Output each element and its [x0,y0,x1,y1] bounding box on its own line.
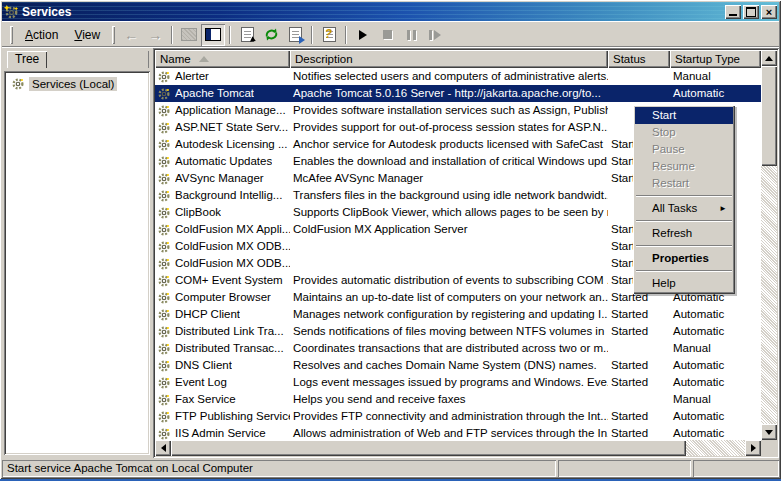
service-description: Notifies selected users and computers of… [290,68,608,85]
stop-service-button[interactable] [375,24,399,46]
context-menu: StartStopPauseResumeRestartAll Tasks►Ref… [633,105,735,294]
show-window-button[interactable] [177,24,201,46]
help-button[interactable]: ? [317,24,341,46]
vertical-scrollbar[interactable] [761,50,777,440]
service-row[interactable]: IIS Admin ServiceAllows administration o… [155,425,761,440]
service-name-cell: Background Intellig... [155,187,290,204]
scroll-left-button[interactable] [155,440,171,456]
service-name-cell: Event Log [155,374,290,391]
service-name-cell: Alerter [155,68,290,85]
restart-service-button[interactable] [423,24,447,46]
horizontal-scrollbar[interactable] [155,440,761,456]
service-startup-type: Automatic [670,323,761,340]
service-name-cell: Distributed Link Tra... [155,323,290,340]
forward-arrow-icon: → [148,27,162,43]
menu-item-properties[interactable]: Properties [635,250,733,267]
properties-button[interactable] [235,24,259,46]
service-startup-type: Automatic [670,408,761,425]
service-row[interactable]: Apache TomcatApache Tomcat 5.0.16 Server… [155,85,761,102]
service-name: Automatic Updates [175,153,272,170]
service-description: Resolves and caches Domain Name System (… [290,357,608,374]
toolbar-grip[interactable] [10,26,13,44]
scroll-up-button[interactable] [761,50,777,66]
toolbar-grip[interactable] [112,26,115,44]
menu-item-stop: Stop [635,124,733,141]
tree-item-services-local[interactable]: Services (Local) [9,77,150,91]
vertical-scroll-thumb[interactable] [761,66,777,166]
service-status: Started [608,323,670,340]
service-gear-icon [157,359,171,373]
start-service-button[interactable] [351,24,375,46]
refresh-button[interactable] [259,24,283,46]
horizontal-scroll-thumb[interactable] [171,440,686,456]
service-status [608,68,670,85]
column-header-name[interactable]: Name [155,50,290,68]
service-description: Provides automatic distribution of event… [290,272,608,289]
refresh-icon [264,27,279,42]
scroll-right-button[interactable] [745,440,761,456]
show-hide-tree-button[interactable] [201,24,225,46]
menu-action[interactable]: Action [17,26,66,44]
toolbar: Action View ← → ? [2,21,779,48]
menu-item-refresh[interactable]: Refresh [635,225,733,242]
menu-item-all-tasks[interactable]: All Tasks► [635,200,733,217]
minimize-button[interactable] [725,5,741,19]
pause-service-button[interactable] [399,24,423,46]
maximize-button[interactable] [743,5,759,19]
service-description: Anchor service for Autodesk products lic… [290,136,608,153]
service-name: AVSync Manager [175,170,264,187]
service-row[interactable]: Distributed Transac...Coordinates transa… [155,340,761,357]
menu-item-pause: Pause [635,141,733,158]
column-header-description[interactable]: Description [290,50,608,68]
service-name: ClipBook [175,204,221,221]
close-button[interactable]: × [761,5,777,19]
service-description: Supports ClipBook Viewer, which allows p… [290,204,608,221]
service-name: ASP.NET State Serv... [175,119,288,136]
service-name: Distributed Link Tra... [175,323,284,340]
service-name: ColdFusion MX Appli... [175,221,290,238]
service-row[interactable]: DHCP ClientManages network configuration… [155,306,761,323]
service-status: Started [608,425,670,440]
title-bar[interactable]: Services × [2,2,779,21]
service-row[interactable]: Event LogLogs event messages issued by p… [155,374,761,391]
column-header-status[interactable]: Status [608,50,670,68]
service-row[interactable]: Distributed Link Tra...Sends notificatio… [155,323,761,340]
tab-tree[interactable]: Tree [7,51,47,68]
service-gear-icon [157,223,171,237]
service-gear-icon [157,342,171,356]
window-title: Services [22,5,725,19]
toolbar-separator [345,26,347,44]
service-name-cell: ASP.NET State Serv... [155,119,290,136]
service-row[interactable]: AlerterNotifies selected users and compu… [155,68,761,85]
service-gear-icon [157,393,171,407]
service-name-cell: Autodesk Licensing ... [155,136,290,153]
export-list-button[interactable] [283,24,307,46]
service-row[interactable]: Fax ServiceHelps you send and receive fa… [155,391,761,408]
service-description: Logs event messages issued by programs a… [290,374,608,391]
menu-view[interactable]: View [66,26,108,44]
forward-button[interactable]: → [143,24,167,46]
column-header-startup-type[interactable]: Startup Type [670,50,761,68]
service-name-cell: ColdFusion MX ODB... [155,255,290,272]
up-arrow-icon [765,56,773,61]
status-section [558,460,691,477]
service-status [608,85,670,102]
scrollbar-corner [761,440,777,456]
status-bar: Start service Apache Tomcat on Local Com… [2,458,779,477]
left-arrow-icon [161,444,166,452]
service-gear-icon [157,427,171,441]
service-row[interactable]: FTP Publishing ServiceProvides FTP conne… [155,408,761,425]
services-window: Services × Action View ← → ? [0,0,781,479]
service-row[interactable]: DNS ClientResolves and caches Domain Nam… [155,357,761,374]
menu-item-start[interactable]: Start [635,107,733,124]
menu-item-help[interactable]: Help [635,275,733,292]
services-gear-icon [11,77,25,91]
back-button[interactable]: ← [119,24,143,46]
scroll-down-button[interactable] [761,424,777,440]
service-description: Provides support for out-of-process sess… [290,119,608,136]
service-name-cell: Apache Tomcat [155,85,290,102]
service-name: DNS Client [175,357,232,374]
service-name: FTP Publishing Service [175,408,290,425]
tree-item-label: Services (Local) [29,77,117,91]
service-name: Alerter [175,68,209,85]
